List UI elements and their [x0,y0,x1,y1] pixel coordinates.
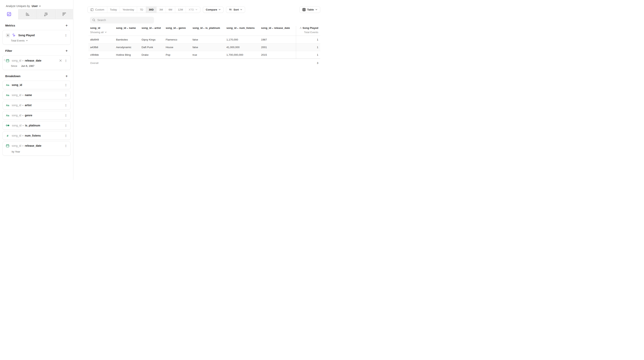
filter-condition[interactable]: Since Jun 6, 1987 [3,65,70,70]
insights-report-page: Analyze Uniques by User [0,0,322,180]
column-prefix: song_id [116,27,126,30]
column-header-genre[interactable]: song_id▸genre [164,26,191,36]
range-12m[interactable]: 12M [175,7,186,13]
search-input[interactable] [97,19,152,22]
breakdown-property: name [25,94,32,97]
column-title: song_id [90,27,114,30]
range-custom[interactable]: Custom [88,7,107,13]
range-7d[interactable]: 7D [137,7,146,13]
showing-all-label: Showing all [90,31,104,34]
sort-button[interactable]: Sort [226,7,245,13]
range-xtd[interactable]: XTD [186,7,200,13]
cell-num-listens: 1,700,000,000 [225,53,259,56]
breakdown-kebab-menu[interactable]: ⋮ [64,134,68,137]
cell-artist: Drake [140,53,164,56]
table-row[interactable]: c994bb Hotline Bling Drake Pop true 1,70… [88,51,320,59]
column-header-name[interactable]: song_id▸name [114,26,140,36]
filter-value[interactable]: Jun 6, 1987 [21,65,34,67]
filter-operator[interactable]: Since [11,65,17,67]
tab-retention[interactable] [55,9,74,19]
tab-bar-chart[interactable] [18,9,37,19]
range-30d-selected[interactable]: 30D [146,7,156,13]
range-6m[interactable]: 6M [166,7,175,13]
compare-label: Compare [206,8,217,11]
breakdown-card[interactable]: song_id ▸ release_date ⋮ by Year [2,141,71,156]
breakdown-card[interactable]: Aa song_id ▸ artist ⋮ [2,101,71,110]
cell-song-id: c994bb [88,53,114,56]
metric-aggregation[interactable]: Total Events [3,39,70,45]
breakdown-property: artist [25,104,32,107]
breakdown-modifier[interactable]: by Year [3,150,70,155]
breakdown-property: genre [25,114,32,117]
results-table: song_id Showing all song_id▸name song_id… [88,26,320,67]
column-header-release-date[interactable]: song_id▸release_date [259,26,296,36]
arrow-separator-icon: ▸ [177,27,178,29]
view-type-button[interactable]: Table [300,7,320,13]
compare-button[interactable]: Compare [203,7,224,13]
analyze-by-value[interactable]: User [32,5,38,8]
column-title: is_platinum [206,27,220,30]
analyze-by-row: Analyze Uniques by User [0,0,73,9]
cell-name: Hotline Bling [114,53,140,56]
breakdown-card[interactable]: song_id ▸ is_platinum ⋮ [2,121,71,130]
arrow-separator-icon: ▸ [22,60,24,62]
cell-genre: Flamenco [164,38,191,41]
breakdown-kebab-menu[interactable]: ⋮ [64,114,68,117]
chevron-down-icon [196,9,198,10]
add-filter-button[interactable]: + [64,49,69,53]
table-search[interactable] [90,17,154,23]
breakdown-card[interactable]: # song_id ▸ num_listens ⋮ [2,131,71,140]
column-header-artist[interactable]: song_id▸artist [140,26,164,36]
table-row[interactable]: d8d949 Bamboleo Gipsy Kings Flamenco fal… [88,36,320,44]
column-prefix: song_id [226,27,236,30]
breakdown-prefix: song_id [12,144,21,147]
column-header-metric[interactable]: ASong Played Total Events [296,26,320,36]
cell-artist: Gipsy Kings [140,38,164,41]
range-label: Custom [95,8,104,11]
visualization-tab-strip [0,9,74,19]
table-row[interactable]: a43fb8 Aerodynamic Daft Punk House false… [88,44,320,51]
analyze-by-label: Analyze Uniques by [6,5,30,8]
cell-is-platinum: false [191,46,225,49]
breakdown-kebab-menu[interactable]: ⋮ [64,94,68,97]
add-metric-button[interactable]: + [64,23,69,28]
breakdown-prefix: song_id [12,124,22,127]
metric-kebab-menu[interactable]: ⋮ [64,34,68,37]
bar-chart-icon [26,12,30,16]
showing-all-dropdown[interactable]: Showing all [90,31,114,34]
cell-metric-value: 1 [296,51,320,59]
breakdown-card[interactable]: Aa song_id ▸ genre ⋮ [2,111,71,120]
breakdown-card[interactable]: Aa song_id ⋮ [2,81,71,89]
range-today[interactable]: Today [107,7,120,13]
breakdown-kebab-menu[interactable]: ⋮ [64,104,68,107]
report-toolbar: Custom Today Yesterday 7D 30D 3M 6M 12M … [88,7,320,13]
breakdown-card[interactable]: Aa song_id ▸ name ⋮ [2,91,71,99]
series-letter-badge: A [6,33,10,38]
metric-card[interactable]: A Song Played ⋮ Total Events [2,30,71,45]
report-main-area: Custom Today Yesterday 7D 30D 3M 6M 12M … [74,0,322,180]
cell-song-id: a43fb8 [88,46,114,49]
remove-filter-icon[interactable] [60,59,62,62]
range-yesterday[interactable]: Yesterday [120,7,137,13]
filter-card[interactable]: song_id ▸ release_date ⋮ Since Jun 6, 19… [2,55,71,70]
range-3m[interactable]: 3M [156,7,166,13]
tab-flows[interactable] [36,9,55,19]
metric-event-name: Song Played [18,34,35,37]
metric-series-letter: A [300,27,302,30]
column-header-song-id[interactable]: song_id Showing all [88,26,114,36]
breakdown-title: Breakdown [5,75,20,78]
add-breakdown-button[interactable]: + [64,74,69,79]
breakdown-property: release_date [25,144,42,147]
drag-handle-icon[interactable] [4,59,6,61]
breakdown-kebab-menu[interactable]: ⋮ [64,144,68,147]
column-header-num-listens[interactable]: song_id▸num_listens [225,26,259,36]
breakdown-kebab-menu[interactable]: ⋮ [64,124,68,127]
column-header-is-platinum[interactable]: song_id▸is_platinum [191,26,225,36]
breakdown-property: num_listens [25,134,41,137]
column-prefix: song_id [192,27,203,30]
filter-kebab-menu[interactable]: ⋮ [64,59,68,62]
tab-insights[interactable] [0,9,18,19]
sort-arrows-icon [229,8,232,11]
chevron-down-icon[interactable] [39,6,41,7]
breakdown-kebab-menu[interactable]: ⋮ [64,84,68,87]
